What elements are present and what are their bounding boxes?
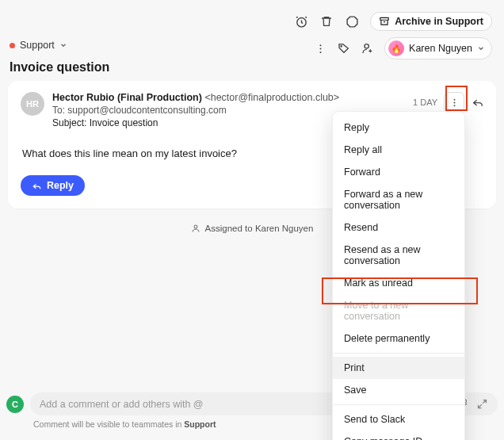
spam-icon[interactable] [345, 14, 359, 29]
svg-point-6 [365, 44, 368, 48]
svg-point-10 [194, 225, 197, 228]
menu-item-reply[interactable]: Reply [333, 117, 464, 139]
menu-item-move-to-a-new-conversation: Move to a new conversation [333, 294, 464, 327]
breadcrumb-label: Support [20, 40, 55, 51]
thread-title: Invoice question [10, 60, 109, 75]
menu-item-forward-as-a-new-conversation[interactable]: Forward as a new conversation [333, 183, 464, 216]
sender-avatar: HR [21, 92, 44, 116]
subject-line: Subject: Invoice question [52, 117, 339, 128]
avatar: 🔥 [388, 40, 404, 56]
menu-item-delete-permanently[interactable]: Delete permanently [333, 327, 464, 350]
comment-placeholder: Add a comment or add others with @ [40, 399, 204, 410]
menu-item-reply-all[interactable]: Reply all [333, 139, 464, 161]
snooze-icon[interactable] [294, 14, 308, 29]
breadcrumb[interactable]: Support [10, 40, 67, 51]
tag-icon[interactable] [337, 41, 351, 55]
trash-icon[interactable] [319, 14, 334, 29]
reply-icon [32, 181, 42, 191]
chevron-down-icon [477, 44, 485, 52]
message-actions-menu: ReplyReply allForwardForward as a new co… [332, 111, 465, 440]
assign-icon[interactable] [361, 41, 375, 55]
archive-button[interactable]: Archive in Support [370, 12, 492, 31]
message-more-button[interactable] [444, 92, 464, 113]
person-icon [191, 224, 200, 233]
archive-label: Archive in Support [395, 16, 483, 27]
from-line: Hector Rubio (Final Production) <hector@… [52, 92, 339, 103]
reply-arrow-icon[interactable] [471, 95, 485, 109]
svg-rect-1 [380, 17, 389, 20]
menu-item-forward[interactable]: Forward [333, 161, 464, 183]
chevron-down-icon [59, 41, 67, 49]
menu-item-resend[interactable]: Resend [333, 216, 464, 239]
to-line: To: support@cloudcontentconsulting.com [52, 105, 339, 116]
menu-item-resend-as-a-new-conversation[interactable]: Resend as a new conversation [333, 239, 464, 272]
svg-point-3 [319, 48, 321, 49]
composer-avatar: C [6, 396, 24, 413]
menu-item-copy-message-id[interactable]: Copy message ID [333, 430, 464, 440]
svg-point-5 [341, 46, 342, 47]
inbox-dot-icon [10, 43, 15, 48]
svg-point-2 [319, 44, 321, 46]
expand-icon[interactable] [476, 398, 488, 410]
menu-item-send-to-slack[interactable]: Send to Slack [333, 408, 464, 430]
svg-point-4 [319, 51, 321, 52]
menu-item-save[interactable]: Save [333, 379, 464, 401]
more-vert-icon[interactable] [313, 41, 327, 55]
menu-item-mark-as-unread[interactable]: Mark as unread [333, 272, 464, 294]
archive-icon [379, 16, 390, 27]
svg-point-8 [453, 101, 455, 103]
assignee-pill[interactable]: 🔥 Karen Nguyen [384, 37, 492, 59]
assignee-name: Karen Nguyen [409, 43, 472, 54]
message-age: 1 DAY [413, 98, 437, 107]
menu-item-print[interactable]: Print [333, 357, 464, 379]
assigned-text: Assigned to Karen Nguyen [205, 224, 314, 233]
svg-point-9 [453, 105, 455, 106]
reply-button[interactable]: Reply [21, 175, 85, 196]
svg-point-7 [453, 98, 455, 100]
